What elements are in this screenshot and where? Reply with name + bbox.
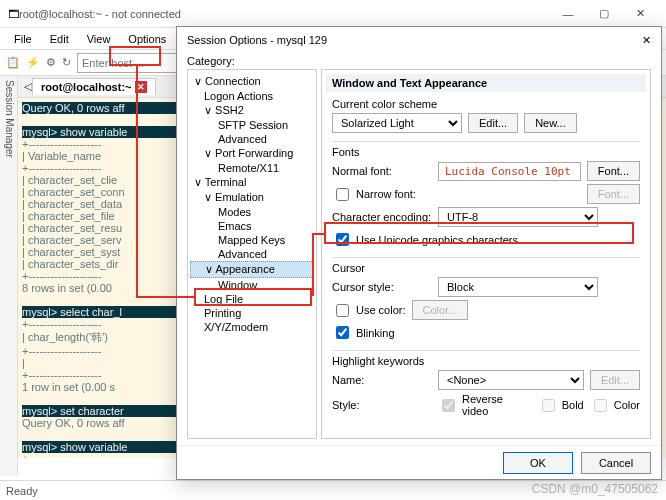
- tree-item-modes[interactable]: Modes: [190, 205, 314, 219]
- tab-prev-icon[interactable]: ◁: [24, 80, 32, 93]
- window-titlebar: 🗔 root@localhost:~ - not connected — ▢ ✕: [0, 0, 666, 28]
- color-checkbox: [594, 399, 607, 412]
- tree-item-advanced[interactable]: Advanced: [190, 132, 314, 146]
- menu-edit[interactable]: Edit: [42, 31, 77, 47]
- settings-icon[interactable]: ⚙: [46, 56, 56, 69]
- scheme-select[interactable]: Solarized Light: [332, 113, 462, 133]
- tree-item-terminal[interactable]: ∨ Terminal: [190, 175, 314, 190]
- tree-item-window[interactable]: Window: [190, 278, 314, 292]
- hl-edit-button: Edit...: [590, 370, 640, 390]
- use-color-checkbox[interactable]: [336, 304, 349, 317]
- tree-item-remote-x11[interactable]: Remote/X11: [190, 161, 314, 175]
- narrow-font-label: Narrow font:: [356, 188, 416, 200]
- hl-style-label: Style:: [332, 399, 432, 411]
- tree-item-ssh2[interactable]: ∨ SSH2: [190, 103, 314, 118]
- scheme-label: Current color scheme: [332, 98, 640, 110]
- use-color-label: Use color:: [356, 304, 406, 316]
- tree-item-logon-actions[interactable]: Logon Actions: [190, 89, 314, 103]
- hl-name-label: Name:: [332, 374, 432, 386]
- blinking-checkbox[interactable]: [336, 326, 349, 339]
- menu-options[interactable]: Options: [120, 31, 174, 47]
- lightning-icon[interactable]: ⚡: [26, 56, 40, 69]
- char-encoding-label: Character encoding:: [332, 211, 432, 223]
- tree-item-mapped-keys[interactable]: Mapped Keys: [190, 233, 314, 247]
- form-header: Window and Text Appearance: [326, 74, 646, 92]
- narrow-font-checkbox[interactable]: [336, 188, 349, 201]
- status-text: Ready: [6, 485, 38, 497]
- tree-item-connection[interactable]: ∨ Connection: [190, 74, 314, 89]
- dialog-titlebar: Session Options - mysql 129 ✕: [177, 27, 661, 53]
- paste-icon[interactable]: 📋: [6, 56, 20, 69]
- category-label: Category:: [187, 55, 651, 67]
- window-title: root@localhost:~ - not connected: [19, 8, 550, 20]
- ok-button[interactable]: OK: [503, 452, 573, 474]
- tree-item-x-y-zmodem[interactable]: X/Y/Zmodem: [190, 320, 314, 334]
- tree-item-appearance[interactable]: ∨ Appearance: [190, 261, 314, 278]
- category-tree[interactable]: ∨ Connection Logon Actions∨ SSH2 SFTP Se…: [187, 69, 317, 439]
- maximize-button[interactable]: ▢: [586, 2, 622, 26]
- dialog-title: Session Options - mysql 129: [187, 34, 642, 46]
- tree-item-emulation[interactable]: ∨ Emulation: [190, 190, 314, 205]
- tree-item-log-file[interactable]: Log File: [190, 292, 314, 306]
- reverse-checkbox: [442, 399, 455, 412]
- watermark: CSDN @m0_47505062: [532, 482, 658, 496]
- session-manager-tab[interactable]: Session Manager: [0, 76, 18, 476]
- cancel-button[interactable]: Cancel: [581, 452, 651, 474]
- narrow-font-button: Font...: [587, 184, 640, 204]
- minimize-button[interactable]: —: [550, 2, 586, 26]
- tree-item-advanced[interactable]: Advanced: [190, 247, 314, 261]
- blinking-label: Blinking: [356, 327, 395, 339]
- unicode-label: Use Unicode graphics characters: [356, 234, 518, 246]
- refresh-icon[interactable]: ↻: [62, 56, 71, 69]
- dialog-close-button[interactable]: ✕: [642, 34, 651, 47]
- tab-session[interactable]: root@localhost:~ ✕: [32, 78, 156, 95]
- window-close-button[interactable]: ✕: [622, 2, 658, 26]
- tree-item-port-forwarding[interactable]: ∨ Port Forwarding: [190, 146, 314, 161]
- color-button: Color...: [412, 300, 469, 320]
- highlight-label: Highlight keywords: [332, 355, 640, 367]
- menu-view[interactable]: View: [79, 31, 119, 47]
- app-icon: 🗔: [8, 8, 19, 20]
- settings-form: Window and Text Appearance Current color…: [321, 69, 651, 439]
- cursor-style-select[interactable]: Block: [438, 277, 598, 297]
- menu-file[interactable]: File: [6, 31, 40, 47]
- normal-font-value: Lucida Console 10pt: [438, 162, 581, 181]
- tree-item-emacs[interactable]: Emacs: [190, 219, 314, 233]
- unicode-checkbox[interactable]: [336, 233, 349, 246]
- font-button[interactable]: Font...: [587, 161, 640, 181]
- tab-label: root@localhost:~: [41, 81, 131, 93]
- session-options-dialog: Session Options - mysql 129 ✕ Category: …: [176, 26, 662, 480]
- hl-name-select[interactable]: <None>: [438, 370, 584, 390]
- cursor-group-label: Cursor: [332, 262, 640, 274]
- edit-button[interactable]: Edit...: [468, 113, 518, 133]
- tab-close-icon[interactable]: ✕: [135, 81, 147, 93]
- new-button[interactable]: New...: [524, 113, 577, 133]
- tree-item-sftp-session[interactable]: SFTP Session: [190, 118, 314, 132]
- cursor-style-label: Cursor style:: [332, 281, 432, 293]
- tree-item-printing[interactable]: Printing: [190, 306, 314, 320]
- bold-checkbox: [542, 399, 555, 412]
- normal-font-label: Normal font:: [332, 165, 432, 177]
- char-encoding-select[interactable]: UTF-8: [438, 207, 598, 227]
- fonts-label: Fonts: [332, 146, 640, 158]
